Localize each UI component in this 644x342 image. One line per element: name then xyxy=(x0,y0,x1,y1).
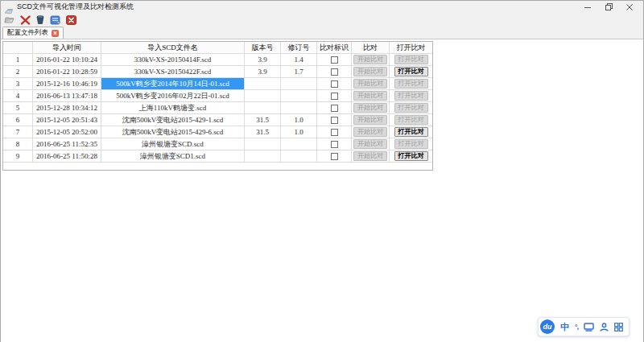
row-number-cell[interactable]: 8 xyxy=(3,138,33,150)
filename-cell[interactable]: 500kV鹤乡变2014年10月14日-01.scd xyxy=(101,78,245,90)
open-compare-button[interactable]: 打开比对 xyxy=(394,127,428,137)
open-compare-cell: 打开比对 xyxy=(390,102,432,114)
soft-keyboard-icon[interactable] xyxy=(584,323,594,332)
delete-icon[interactable] xyxy=(19,14,31,25)
version-cell[interactable]: 31.5 xyxy=(245,114,281,126)
import-time-cell[interactable]: 2015-12-05 20:51:43 xyxy=(33,114,101,126)
import-time-cell[interactable]: 2016-01-22 10:10:24 xyxy=(33,54,101,66)
compare-flag-cell xyxy=(317,138,352,150)
minimize-button[interactable] xyxy=(577,1,598,13)
column-header[interactable]: 导入时间 xyxy=(33,42,101,54)
import-time-cell[interactable]: 2016-06-25 11:50:28 xyxy=(33,150,101,163)
open-compare-button[interactable]: 打开比对 xyxy=(394,151,428,161)
filename-cell[interactable]: 沈南500kV变电站2015-429-1.scd xyxy=(101,114,245,126)
revision-cell[interactable] xyxy=(281,78,317,90)
row-number-cell[interactable]: 2 xyxy=(3,66,33,78)
title-bar: SCD文件可视化管理及比对检测系统 xyxy=(1,1,643,13)
ime-toolbar: du 中 °, xyxy=(538,317,630,336)
version-cell[interactable] xyxy=(245,150,281,163)
version-cell[interactable]: 3.9 xyxy=(245,54,281,66)
import-time-cell[interactable]: 2015-12-16 10:46:19 xyxy=(33,78,101,90)
version-cell[interactable]: 31.5 xyxy=(245,126,281,138)
revision-cell[interactable] xyxy=(281,102,317,114)
row-number-cell[interactable]: 9 xyxy=(3,150,33,163)
compare-flag-checkbox[interactable] xyxy=(331,80,338,88)
compare-flag-cell xyxy=(317,102,352,114)
file-table: 导入时间导入SCD文件名版本号修订号比对标识比对打开比对12016-01-22 … xyxy=(2,41,433,171)
row-number-cell[interactable]: 3 xyxy=(3,78,33,90)
baidu-ime-logo-icon[interactable]: du xyxy=(540,319,555,334)
filename-cell[interactable]: 330kV-XS-20150422F.scd xyxy=(101,66,245,78)
compare-flag-checkbox[interactable] xyxy=(331,153,338,160)
compare-flag-checkbox[interactable] xyxy=(331,93,338,100)
column-header[interactable]: 导入SCD文件名 xyxy=(101,42,245,54)
version-cell[interactable] xyxy=(245,138,281,150)
import-time-cell[interactable]: 2016-01-22 10:28:59 xyxy=(33,66,101,78)
version-cell[interactable] xyxy=(245,102,281,114)
column-header[interactable]: 比对 xyxy=(352,42,390,54)
row-number-cell[interactable]: 6 xyxy=(3,114,33,126)
content-area: 导入时间导入SCD文件名版本号修订号比对标识比对打开比对12016-01-22 … xyxy=(1,39,643,342)
compare-flag-checkbox[interactable] xyxy=(331,68,338,76)
ime-language-toggle[interactable]: 中 xyxy=(560,323,569,332)
compare-flag-checkbox[interactable] xyxy=(331,129,338,136)
compare-flag-checkbox[interactable] xyxy=(331,105,338,112)
start-compare-button: 开始比对 xyxy=(353,67,387,76)
import-time-cell[interactable]: 2016-06-13 13:47:18 xyxy=(33,90,101,102)
user-icon[interactable] xyxy=(600,323,609,332)
import-time-cell[interactable]: 2015-12-05 20:52:00 xyxy=(33,126,101,138)
tab-config-file-list[interactable]: 配置文件列表 x xyxy=(2,27,64,39)
revision-cell[interactable] xyxy=(281,150,317,163)
filename-cell[interactable]: 沈南500kV变电站2015-429-6.scd xyxy=(101,126,245,138)
column-header[interactable]: 打开比对 xyxy=(390,42,432,54)
revision-cell[interactable]: 1.4 xyxy=(281,54,317,66)
revision-cell[interactable] xyxy=(281,90,317,102)
open-file-icon[interactable] xyxy=(4,14,15,25)
start-compare-button: 开始比对 xyxy=(353,127,387,137)
revision-cell[interactable]: 1.7 xyxy=(281,66,317,78)
compare-cell: 开始比对 xyxy=(352,126,390,138)
filter-icon[interactable] xyxy=(35,14,46,25)
column-header[interactable]: 比对标识 xyxy=(317,42,352,54)
menu-grid-icon[interactable] xyxy=(614,323,623,332)
filename-cell[interactable]: 500kV鹤乡变2016年02月22日-01.scd xyxy=(101,90,245,102)
import-time-cell[interactable]: 2015-12-28 10:34:12 xyxy=(33,102,101,114)
filename-cell[interactable]: 330kV-XS-20150414F.scd xyxy=(101,54,245,66)
filename-cell[interactable]: 漳州银塘变SCD1.scd xyxy=(101,150,245,163)
exit-icon[interactable] xyxy=(65,14,76,25)
compare-flag-checkbox[interactable] xyxy=(331,56,338,64)
open-compare-button[interactable]: 打开比对 xyxy=(394,67,428,76)
open-compare-button: 打开比对 xyxy=(394,115,428,125)
compare-cell: 开始比对 xyxy=(352,114,390,126)
revision-cell[interactable]: 1.0 xyxy=(281,114,317,126)
filename-cell[interactable]: 上海110kV鹤塘变.scd xyxy=(101,102,245,114)
column-header[interactable]: 修订号 xyxy=(281,42,317,54)
compare-flag-checkbox[interactable] xyxy=(331,117,338,124)
version-cell[interactable]: 3.9 xyxy=(245,66,281,78)
version-cell[interactable] xyxy=(245,90,281,102)
export-icon[interactable] xyxy=(50,14,61,25)
app-logo-icon xyxy=(5,3,14,10)
open-compare-cell: 打开比对 xyxy=(390,78,432,90)
column-header[interactable] xyxy=(3,42,33,54)
tab-label: 配置文件列表 xyxy=(7,28,48,38)
version-cell[interactable] xyxy=(245,78,281,90)
revision-cell[interactable] xyxy=(281,138,317,150)
column-header[interactable]: 版本号 xyxy=(245,42,281,54)
close-button[interactable] xyxy=(619,1,640,13)
tab-close-icon[interactable]: x xyxy=(52,30,59,37)
compare-flag-checkbox[interactable] xyxy=(331,141,338,148)
row-number-cell[interactable]: 5 xyxy=(3,102,33,114)
table-row: 32015-12-16 10:46:19500kV鹤乡变2014年10月14日-… xyxy=(3,78,432,90)
open-compare-cell: 打开比对 xyxy=(390,54,432,66)
restore-button[interactable] xyxy=(598,1,619,13)
filename-cell[interactable]: 漳州银塘变SCD.scd xyxy=(101,138,245,150)
start-compare-button: 开始比对 xyxy=(353,91,387,101)
revision-cell[interactable]: 1.0 xyxy=(281,126,317,138)
import-time-cell[interactable]: 2016-06-25 11:52:35 xyxy=(33,138,101,150)
row-number-cell[interactable]: 4 xyxy=(3,90,33,102)
ime-punctuation-toggle[interactable]: °, xyxy=(575,323,578,331)
row-number-cell[interactable]: 7 xyxy=(3,126,33,138)
row-number-cell[interactable]: 1 xyxy=(3,54,33,66)
start-compare-button: 开始比对 xyxy=(353,151,387,161)
